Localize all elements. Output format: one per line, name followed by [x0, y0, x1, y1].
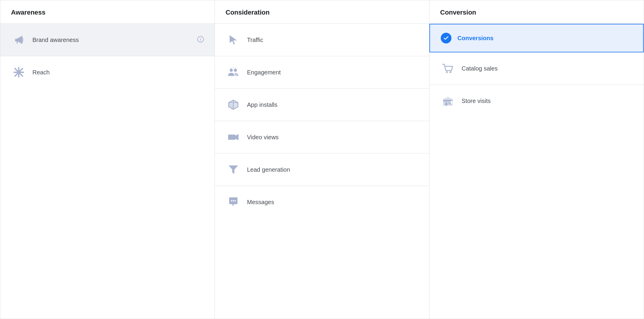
- svg-point-8: [230, 69, 233, 72]
- svg-point-22: [231, 200, 232, 201]
- svg-point-9: [234, 69, 237, 72]
- info-icon[interactable]: i: [197, 36, 204, 44]
- awareness-column: Awareness Brand awareness i: [0, 0, 215, 319]
- conversions-label: Conversions: [457, 35, 493, 42]
- brand-awareness-label: Brand awareness: [32, 37, 79, 43]
- video-icon: [226, 129, 241, 145]
- messages-item[interactable]: Messages: [215, 186, 429, 218]
- store-visits-label: Store visits: [462, 98, 491, 104]
- brand-awareness-item[interactable]: Brand awareness i: [0, 24, 215, 56]
- svg-point-26: [450, 71, 451, 73]
- funnel-icon: [226, 162, 241, 177]
- conversion-title: Conversion: [440, 9, 633, 16]
- video-views-item[interactable]: Video views: [215, 121, 429, 154]
- cube-icon: [226, 97, 241, 112]
- engagement-label: Engagement: [247, 69, 281, 76]
- catalog-sales-item[interactable]: Catalog sales: [429, 52, 644, 85]
- traffic-item[interactable]: Traffic: [215, 24, 429, 56]
- people-icon: [226, 65, 241, 80]
- catalog-sales-label: Catalog sales: [462, 65, 498, 72]
- consideration-column: Consideration Traffic: [215, 0, 429, 319]
- svg-point-12: [235, 68, 236, 69]
- svg-point-11: [233, 67, 234, 68]
- cart-icon: [440, 61, 456, 76]
- svg-marker-31: [442, 97, 454, 100]
- asterisk-icon: [11, 65, 26, 80]
- consideration-title: Consideration: [226, 9, 418, 16]
- engagement-item[interactable]: Engagement: [215, 56, 429, 89]
- cursor-icon: [226, 32, 241, 48]
- svg-rect-19: [228, 135, 236, 140]
- svg-point-10: [231, 68, 232, 69]
- reach-label: Reach: [32, 69, 50, 76]
- awareness-title: Awareness: [11, 9, 204, 16]
- svg-marker-7: [230, 35, 237, 45]
- messages-label: Messages: [247, 199, 274, 206]
- store-visits-item[interactable]: Store visits: [429, 85, 644, 117]
- svg-point-24: [235, 200, 236, 201]
- traffic-label: Traffic: [247, 37, 263, 43]
- svg-point-32: [451, 101, 452, 102]
- video-views-label: Video views: [247, 134, 279, 141]
- svg-point-23: [233, 200, 234, 201]
- chat-icon: [226, 194, 241, 210]
- megaphone-icon: [11, 32, 26, 48]
- svg-rect-29: [445, 102, 447, 106]
- svg-marker-21: [229, 165, 238, 174]
- app-installs-item[interactable]: App installs: [215, 89, 429, 121]
- conversions-item[interactable]: Conversions: [429, 24, 644, 52]
- consideration-header: Consideration: [215, 0, 429, 24]
- lead-generation-item[interactable]: Lead generation: [215, 154, 429, 186]
- lead-generation-label: Lead generation: [247, 166, 290, 173]
- svg-point-25: [446, 71, 448, 73]
- check-circle-icon: [441, 33, 451, 43]
- reach-item[interactable]: Reach: [0, 56, 215, 88]
- svg-marker-20: [235, 134, 239, 140]
- svg-text:i: i: [200, 37, 201, 42]
- conversion-header: Conversion: [429, 0, 644, 24]
- store-icon: [440, 93, 456, 109]
- conversion-column: Conversion Conversions Catalog sales: [429, 0, 644, 319]
- app-installs-label: App installs: [247, 101, 277, 108]
- campaign-objective-selector: Awareness Brand awareness i: [0, 0, 644, 319]
- awareness-header: Awareness: [0, 0, 215, 24]
- svg-point-0: [21, 37, 24, 43]
